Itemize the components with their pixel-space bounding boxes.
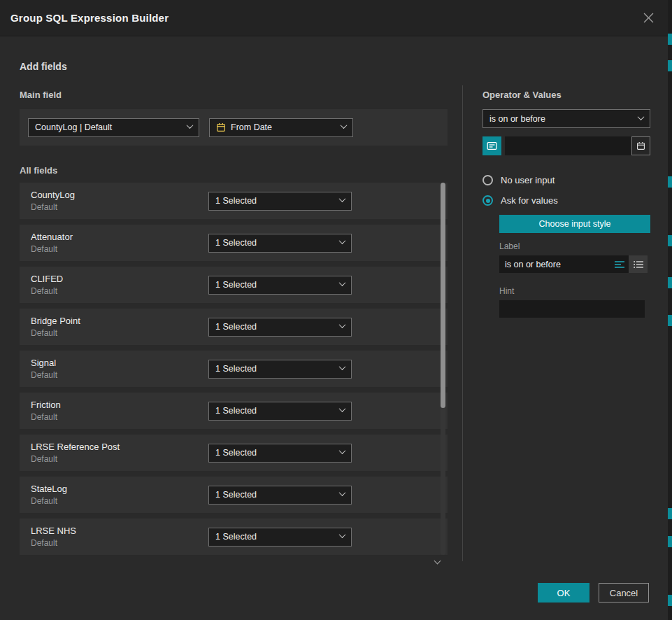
field-info: Attenuator Default (31, 232, 208, 254)
fields-column: Main field CountyLog | Default From Date… (20, 90, 448, 561)
selection-value: 1 Selected (215, 490, 333, 500)
dialog-title: Group SQL Expression Builder (10, 12, 169, 24)
chevron-down-icon (339, 363, 346, 370)
bulleted-list-icon (634, 260, 643, 269)
radio-unselected-icon (482, 175, 493, 185)
radio-label: No user input (501, 175, 555, 185)
align-left-icon (615, 260, 624, 269)
choose-input-style-button[interactable]: Choose input style (499, 215, 650, 233)
field-selection-select[interactable]: 1 Selected (208, 192, 352, 211)
scroll-down-indicator-icon (434, 558, 441, 565)
scrollbar-thumb[interactable] (441, 183, 445, 408)
field-info: CountyLog Default (31, 190, 208, 212)
text-align-style-button[interactable] (610, 255, 629, 273)
field-info: LRSE NHS Default (31, 526, 208, 548)
field-row-lrse-nhs: LRSE NHS Default 1 Selected (20, 519, 448, 555)
field-name: CLIFED (31, 274, 208, 284)
field-row-countylog: CountyLog Default 1 Selected (20, 183, 448, 219)
field-info: Signal Default (31, 358, 208, 380)
chevron-down-icon (638, 113, 645, 120)
value-source-button[interactable] (482, 136, 501, 155)
field-name: Attenuator (31, 232, 208, 242)
field-info: LRSE Reference Post Default (31, 442, 208, 464)
field-row-statelog: StateLog Default 1 Selected (20, 477, 448, 513)
field-row-bridge-point: Bridge Point Default 1 Selected (20, 309, 448, 345)
chevron-down-icon (339, 489, 346, 496)
main-field-field-select[interactable]: From Date (209, 118, 353, 137)
main-field-label: Main field (20, 90, 448, 100)
field-subtitle: Default (31, 412, 208, 422)
label-input[interactable] (499, 255, 610, 273)
all-fields-label: All fields (20, 165, 448, 176)
field-selection-select[interactable]: 1 Selected (208, 318, 352, 337)
selected-layer-value: CountyLog | Default (35, 122, 180, 132)
list-scrollbar[interactable] (441, 183, 445, 555)
field-selection-select[interactable]: 1 Selected (208, 360, 352, 379)
field-row-lrse-reference-post: LRSE Reference Post Default 1 Selected (20, 435, 448, 471)
field-name: Friction (31, 400, 208, 410)
field-select-content: From Date (216, 122, 334, 132)
edge-accent-mark (668, 508, 672, 519)
value-input[interactable] (505, 136, 631, 155)
date-picker-button[interactable] (631, 136, 650, 155)
field-name: Signal (31, 358, 208, 368)
close-button[interactable] (643, 13, 654, 23)
field-row-clifed: CLIFED Default 1 Selected (20, 267, 448, 303)
label-input-row (499, 255, 650, 273)
close-icon (643, 13, 654, 23)
field-row-friction: Friction Default 1 Selected (20, 393, 448, 429)
radio-selected-icon (482, 195, 493, 206)
edge-accent-mark (668, 595, 672, 606)
field-selection-select[interactable]: 1 Selected (208, 402, 352, 421)
field-selection-select[interactable]: 1 Selected (208, 486, 352, 505)
field-subtitle: Default (31, 244, 208, 254)
all-fields-list: CountyLog Default 1 Selected Attenuator … (20, 183, 448, 555)
hint-field-label: Hint (499, 286, 650, 296)
field-selection-select[interactable]: 1 Selected (208, 276, 352, 295)
field-name: CountyLog (31, 190, 208, 200)
field-selection-select[interactable]: 1 Selected (208, 234, 352, 253)
radio-ask-for-values[interactable]: Ask for values (482, 190, 650, 211)
label-field-label: Label (499, 241, 650, 251)
main-field-layer-select[interactable]: CountyLog | Default (28, 118, 199, 137)
chevron-down-icon (339, 405, 346, 412)
date-field-icon (216, 122, 226, 132)
field-info: CLIFED Default (31, 274, 208, 296)
field-info: Friction Default (31, 400, 208, 422)
hint-input[interactable] (499, 300, 645, 318)
field-subtitle: Default (31, 328, 208, 338)
main-field-row: CountyLog | Default From Date (20, 109, 448, 146)
selection-value: 1 Selected (215, 238, 333, 248)
cancel-button[interactable]: Cancel (599, 583, 649, 603)
field-info: Bridge Point Default (31, 316, 208, 338)
edge-accent-mark (668, 536, 672, 547)
operator-values-label: Operator & Values (482, 90, 650, 100)
list-style-button[interactable] (629, 255, 648, 273)
ok-button[interactable]: OK (538, 583, 589, 603)
add-fields-heading: Add fields (20, 61, 67, 72)
operator-select[interactable]: is on or before (482, 109, 650, 128)
dialog-footer: OK Cancel (538, 583, 649, 603)
selection-value: 1 Selected (215, 448, 333, 458)
edge-accent-mark (668, 235, 672, 246)
field-selection-select[interactable]: 1 Selected (208, 444, 352, 463)
chevron-down-icon (339, 447, 346, 454)
selection-value: 1 Selected (215, 196, 333, 206)
field-subtitle: Default (31, 454, 208, 464)
value-input-row (482, 136, 650, 155)
value-input-wrap (505, 136, 650, 155)
edge-accent-mark (668, 34, 672, 45)
list-box-icon (487, 141, 497, 151)
field-name: Bridge Point (31, 316, 208, 326)
chevron-down-icon (339, 195, 346, 202)
field-subtitle: Default (31, 538, 208, 548)
field-name: LRSE Reference Post (31, 442, 208, 452)
operator-value: is on or before (489, 114, 631, 124)
radio-no-user-input[interactable]: No user input (482, 170, 650, 190)
selection-value: 1 Selected (215, 280, 333, 290)
selection-value: 1 Selected (215, 364, 333, 374)
selection-value: 1 Selected (215, 532, 333, 542)
field-selection-select[interactable]: 1 Selected (208, 528, 352, 547)
edge-accent-mark (668, 60, 672, 71)
field-subtitle: Default (31, 370, 208, 380)
